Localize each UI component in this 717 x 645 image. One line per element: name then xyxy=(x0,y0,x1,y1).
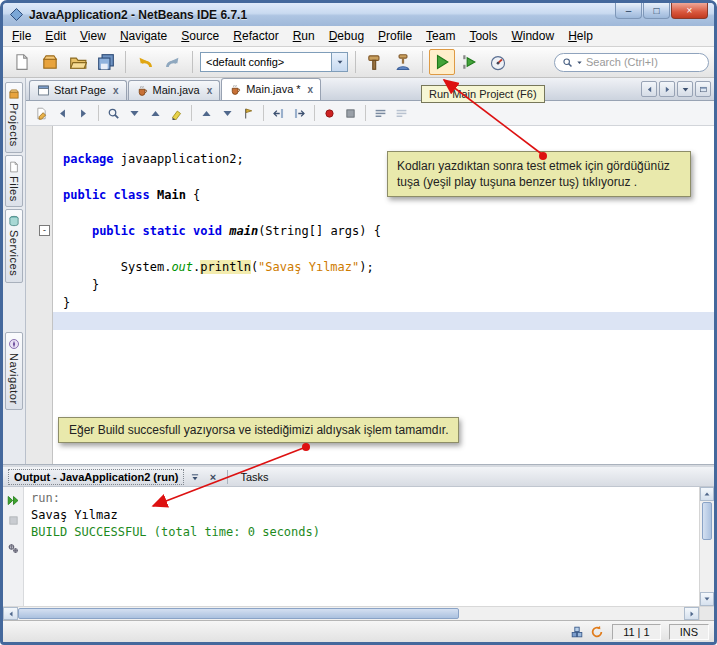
code-token: Main xyxy=(157,188,186,202)
comment-button[interactable] xyxy=(371,104,390,123)
open-project-button[interactable] xyxy=(65,49,91,75)
close-tab-icon[interactable]: x xyxy=(207,85,213,96)
toggle-highlight-button[interactable] xyxy=(167,104,186,123)
code-token: } xyxy=(63,296,70,310)
background-scan-icon[interactable] xyxy=(589,624,604,639)
menu-run[interactable]: Run xyxy=(286,27,322,45)
find-selection-button[interactable] xyxy=(104,104,123,123)
scroll-left-button[interactable] xyxy=(3,607,18,620)
hscroll-track[interactable] xyxy=(459,607,684,620)
new-project-button[interactable] xyxy=(37,49,63,75)
menu-edit[interactable]: Edit xyxy=(38,27,73,45)
tasks-tab[interactable]: Tasks xyxy=(235,470,273,484)
titlebar[interactable]: JavaApplication2 - NetBeans IDE 6.7.1 – … xyxy=(3,3,714,26)
build-main-project-button[interactable] xyxy=(362,49,388,75)
output-vscrollbar[interactable] xyxy=(699,487,714,606)
sidebar-tab-services[interactable]: Services xyxy=(5,209,23,282)
maximize-view-button[interactable] xyxy=(695,81,711,97)
menu-window[interactable]: Window xyxy=(504,27,561,45)
vscroll-thumb[interactable] xyxy=(702,502,712,540)
shift-left-button[interactable] xyxy=(269,104,288,123)
tab-start-page[interactable]: Start Pagex xyxy=(29,80,127,100)
ant-settings-button[interactable] xyxy=(5,540,21,556)
close-tab-icon[interactable]: x xyxy=(113,85,119,96)
next-bookmark-button[interactable] xyxy=(218,104,237,123)
save-all-button[interactable] xyxy=(93,49,119,75)
sidebar-tab-navigator[interactable]: Navigator xyxy=(5,332,23,411)
menu-profile[interactable]: Profile xyxy=(371,27,419,45)
scroll-down-button[interactable] xyxy=(700,592,714,606)
menu-view[interactable]: View xyxy=(73,27,113,45)
menu-refactor[interactable]: Refactor xyxy=(226,27,285,45)
debug-main-project-button[interactable] xyxy=(457,49,483,75)
quick-search[interactable] xyxy=(554,53,709,72)
menu-team[interactable]: Team xyxy=(419,27,462,45)
sidebar-tab-projects[interactable]: Projects xyxy=(5,82,23,153)
scroll-tabs-left-button[interactable] xyxy=(641,81,657,97)
output-console[interactable]: run:Savaş YılmazBUILD SUCCESSFUL (total … xyxy=(24,487,699,606)
profile-main-project-button[interactable] xyxy=(485,49,511,75)
config-select[interactable]: <default config> xyxy=(200,52,348,72)
code-token: public xyxy=(63,188,106,202)
find-next-button[interactable] xyxy=(125,104,144,123)
tab-main-java-[interactable]: Main.java *x xyxy=(221,78,321,100)
menu-file[interactable]: File xyxy=(5,27,38,45)
gutter-line xyxy=(26,150,52,168)
previous-bookmark-button[interactable] xyxy=(197,104,216,123)
scroll-tabs-right-button[interactable] xyxy=(659,81,675,97)
code-token xyxy=(63,224,92,238)
forward-button[interactable] xyxy=(74,104,93,123)
menu-source[interactable]: Source xyxy=(174,27,226,45)
rerun-button[interactable] xyxy=(5,492,21,508)
icon xyxy=(242,107,255,120)
icon xyxy=(77,107,90,120)
toggle-bookmark-button[interactable] xyxy=(239,104,258,123)
close-output-button[interactable]: × xyxy=(205,469,220,484)
search-input[interactable] xyxy=(586,56,701,68)
stop-macro-recording-button[interactable] xyxy=(341,104,360,123)
menu-tools[interactable]: Tools xyxy=(462,27,504,45)
uncomment-button[interactable] xyxy=(392,104,411,123)
icon xyxy=(8,215,20,227)
shift-right-button[interactable] xyxy=(290,104,309,123)
main-area: ProjectsFilesServicesNavigator Start Pag… xyxy=(3,78,714,464)
document-list-button[interactable] xyxy=(677,81,693,97)
gutter-line xyxy=(26,276,52,294)
menu-navigate[interactable]: Navigate xyxy=(113,27,174,45)
netbeans-logo-icon xyxy=(9,7,24,22)
clean-and-build-button[interactable] xyxy=(390,49,416,75)
output-tab[interactable]: Output - JavaApplication2 (run) xyxy=(8,471,184,483)
menu-help[interactable]: Help xyxy=(561,27,600,45)
stop-button[interactable] xyxy=(5,512,21,528)
close-tab-icon[interactable]: x xyxy=(308,84,314,95)
fold-collapse-icon[interactable]: - xyxy=(39,225,50,236)
redo-button[interactable] xyxy=(160,49,186,75)
gutter-line: - xyxy=(26,222,52,240)
combo-dropdown-icon[interactable] xyxy=(331,53,347,71)
scroll-right-button[interactable] xyxy=(684,607,699,620)
last-edit-position-button[interactable] xyxy=(32,104,51,123)
run-main-project-button[interactable] xyxy=(429,49,455,75)
insert-mode-indicator[interactable]: INS xyxy=(669,624,709,640)
editor-gutter[interactable]: - xyxy=(26,126,53,464)
vscroll-track[interactable] xyxy=(700,541,714,592)
new-file-button[interactable] xyxy=(9,49,35,75)
update-center-icon[interactable] xyxy=(569,624,584,639)
maximize-button[interactable]: □ xyxy=(643,3,670,19)
back-button[interactable] xyxy=(53,104,72,123)
close-button[interactable]: × xyxy=(671,3,708,19)
minimize-output-button[interactable] xyxy=(187,469,202,484)
menu-debug[interactable]: Debug xyxy=(322,27,371,45)
undo-button[interactable] xyxy=(132,49,158,75)
chevron-down-icon[interactable] xyxy=(576,59,583,66)
start-macro-recording-button[interactable] xyxy=(320,104,339,123)
find-previous-button[interactable] xyxy=(146,104,165,123)
hscroll-thumb[interactable] xyxy=(18,608,459,619)
scroll-up-button[interactable] xyxy=(700,487,714,501)
output-hscrollbar[interactable] xyxy=(3,606,714,620)
code-token: void xyxy=(193,224,222,238)
scrollbar-corner xyxy=(699,607,714,620)
sidebar-tab-files[interactable]: Files xyxy=(5,155,23,208)
tab-main-java[interactable]: Main.javax xyxy=(128,80,221,100)
minimize-button[interactable]: – xyxy=(615,3,642,19)
